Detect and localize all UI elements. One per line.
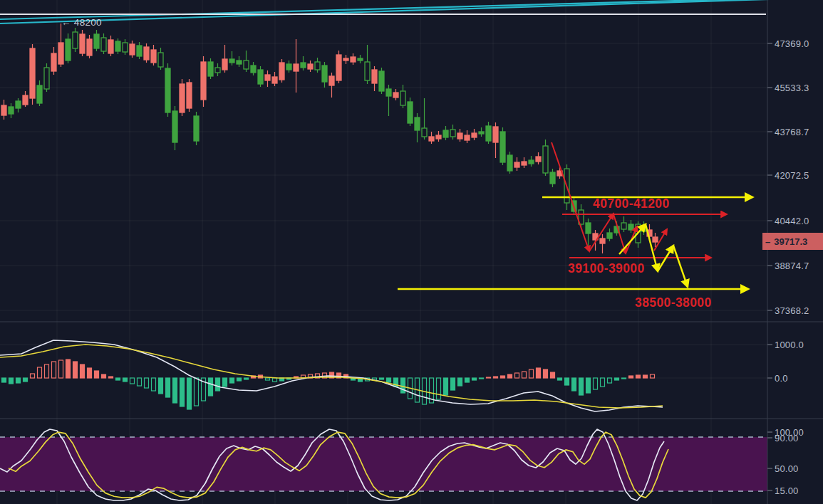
candlestick-series: [1, 23, 658, 253]
last-price-value: 39717.3: [774, 236, 807, 247]
chart-canvas[interactable]: [0, 0, 823, 504]
last-price-dash: –: [765, 236, 770, 247]
trading-chart-window: 47369.045533.343768.742072.540442.038874…: [0, 0, 823, 504]
target-zone-label[interactable]: 38500-38000: [635, 295, 712, 310]
macd-indicator: [0, 340, 663, 411]
price-tick-label: 45533.3: [775, 83, 809, 93]
macd-tick-label: 1000.0: [775, 340, 804, 350]
support-zone-label[interactable]: 39100-39000: [568, 261, 645, 276]
stoch-tick-label: 50.00: [775, 463, 799, 474]
last-price-label: – 39717.3: [762, 233, 823, 250]
price-tick-label: 47369.0: [775, 38, 809, 49]
price-tick-label: 42072.5: [775, 170, 809, 181]
stoch-tick-label: 15.00: [775, 485, 799, 496]
stoch-tick-label: 90.00: [775, 433, 799, 443]
price-tick-label: 38874.7: [775, 261, 809, 271]
price-tick-label: 43768.7: [775, 127, 809, 137]
pane-separators: [0, 0, 823, 504]
stochastic-band: [0, 437, 767, 491]
broken-high-label[interactable]: ← 48200: [61, 17, 102, 28]
macd-tick-label: 0.0: [775, 373, 788, 384]
resistance-zone-label[interactable]: 40700-41200: [593, 196, 670, 211]
price-tick-label: 37368.2: [775, 305, 809, 316]
trendlines[interactable]: [0, 0, 790, 23]
price-tick-label: 40442.0: [775, 216, 809, 226]
